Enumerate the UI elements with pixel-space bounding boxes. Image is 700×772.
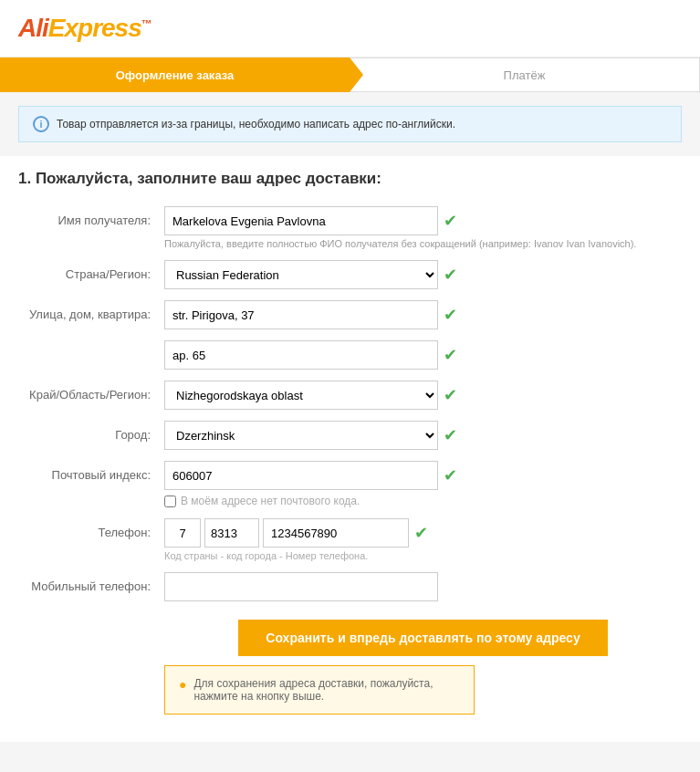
info-text: Товар отправляется из-за границы, необхо…	[57, 118, 455, 130]
mobile-input[interactable]	[164, 572, 438, 601]
street2-check-icon: ✔	[444, 345, 457, 365]
recipient-check-icon: ✔	[444, 211, 457, 231]
street2-field: ✔	[164, 340, 682, 370]
step1-label: Оформление заказа	[116, 68, 235, 82]
country-check-icon: ✔	[444, 265, 457, 285]
recipient-label: Имя получателя:	[18, 206, 164, 227]
phone-number-input[interactable]	[263, 518, 409, 548]
street2-label	[18, 340, 164, 348]
city-select[interactable]: Dzerzhinsk	[164, 421, 438, 450]
street-row: Улица, дом, квартира: ✔	[18, 300, 682, 329]
country-label: Страна/Регион:	[18, 260, 164, 281]
no-postal-checkbox[interactable]	[164, 496, 176, 507]
no-postal-row: В моём адресе нет почтового кода.	[164, 495, 682, 507]
region-row: Край/Область/Регион: Nizhegorodskaya obl…	[18, 381, 682, 410]
logo: AliExpress™	[18, 14, 682, 43]
street-input[interactable]	[164, 300, 438, 329]
postal-input-row: ✔	[164, 461, 682, 490]
street2-input-row: ✔	[164, 340, 682, 370]
recipient-row: Имя получателя: ✔ Пожалуйста, введите по…	[18, 206, 682, 249]
city-row: Город: Dzerzhinsk ✔	[18, 421, 682, 450]
postal-field: ✔ В моём адресе нет почтового кода.	[164, 461, 682, 507]
header: AliExpress™	[0, 0, 700, 57]
step1-order[interactable]: Оформление заказа	[0, 57, 350, 92]
street-label: Улица, дом, квартира:	[18, 300, 164, 321]
info-banner: i Товар отправляется из-за границы, необ…	[18, 106, 682, 142]
city-field: Dzerzhinsk ✔	[164, 421, 682, 450]
street-field: ✔	[164, 300, 682, 329]
region-field: Nizhegorodskaya oblast ✔	[164, 381, 682, 410]
recipient-input[interactable]	[164, 206, 438, 235]
section-title: 1. Пожалуйста, заполните ваш адрес доста…	[18, 170, 682, 188]
postal-check-icon: ✔	[444, 465, 457, 485]
phone-field: ✔ Код страны - код города - Номер телефо…	[164, 518, 682, 561]
save-hint-icon: ●	[179, 677, 186, 692]
main-content: 1. Пожалуйста, заполните ваш адрес доста…	[0, 156, 700, 742]
postal-row: Почтовый индекс: ✔ В моём адресе нет поч…	[18, 461, 682, 507]
country-select[interactable]: Russian Federation	[164, 260, 438, 289]
mobile-label: Мобильный телефон:	[18, 572, 164, 593]
recipient-hint: Пожалуйста, введите полностью ФИО получа…	[164, 238, 682, 249]
city-label: Город:	[18, 421, 164, 442]
info-icon: i	[33, 116, 49, 132]
save-button[interactable]: Сохранить и впредь доставлять по этому а…	[238, 620, 607, 656]
progress-bar: Оформление заказа Платёж	[0, 57, 700, 92]
street2-row: ✔	[18, 340, 682, 370]
recipient-input-row: ✔	[164, 206, 682, 235]
phone-hint: Код страны - код города - Номер телефона…	[164, 550, 682, 561]
step2-label: Платёж	[504, 68, 546, 82]
street-input-row: ✔	[164, 300, 682, 329]
save-button-row: Сохранить и впредь доставлять по этому а…	[164, 620, 682, 656]
region-select[interactable]: Nizhegorodskaya oblast	[164, 381, 438, 410]
phone-check-icon: ✔	[414, 523, 428, 543]
street2-input[interactable]	[164, 340, 438, 370]
postal-input[interactable]	[164, 461, 438, 490]
region-input-row: Nizhegorodskaya oblast ✔	[164, 381, 682, 410]
no-postal-text: В моём адресе нет почтового кода.	[181, 495, 360, 507]
phone-label: Телефон:	[18, 518, 164, 539]
region-check-icon: ✔	[444, 385, 457, 405]
save-hint-text: Для сохранения адреса доставки, пожалуйс…	[193, 677, 460, 703]
country-input-row: Russian Federation ✔	[164, 260, 682, 289]
region-label: Край/Область/Регион:	[18, 381, 164, 402]
mobile-input-row	[164, 572, 682, 601]
city-check-icon: ✔	[444, 425, 457, 445]
phone-city-input[interactable]	[204, 518, 259, 548]
mobile-row: Мобильный телефон:	[18, 572, 682, 601]
phone-country-input[interactable]	[164, 518, 201, 548]
street-check-icon: ✔	[444, 305, 457, 325]
mobile-field	[164, 572, 682, 601]
save-hint-box: ● Для сохранения адреса доставки, пожалу…	[164, 665, 475, 715]
phone-row: Телефон: ✔ Код страны - код города - Ном…	[18, 518, 682, 561]
postal-label: Почтовый индекс:	[18, 461, 164, 482]
step2-payment[interactable]: Платёж	[350, 57, 700, 92]
phone-inputs	[164, 518, 409, 548]
phone-input-row: ✔	[164, 518, 682, 548]
city-input-row: Dzerzhinsk ✔	[164, 421, 682, 450]
country-field: Russian Federation ✔	[164, 260, 682, 289]
recipient-field: ✔ Пожалуйста, введите полностью ФИО полу…	[164, 206, 682, 249]
country-row: Страна/Регион: Russian Federation ✔	[18, 260, 682, 289]
